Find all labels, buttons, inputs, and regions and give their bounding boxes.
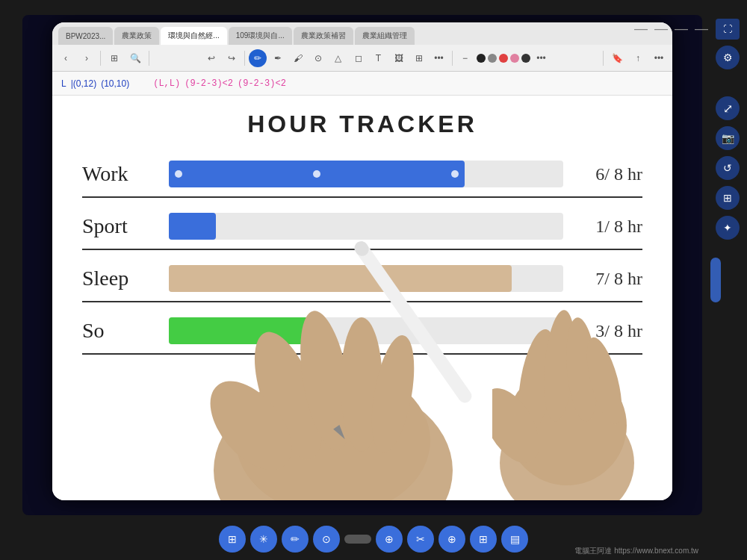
bezel-settings-icon[interactable]: ⚙ <box>716 46 740 69</box>
table-button[interactable]: ⊞ <box>410 49 428 67</box>
sleep-bar-container <box>169 265 563 292</box>
nav-back-button[interactable]: ‹ <box>57 49 75 67</box>
bezel-expand-icon[interactable]: ⤢ <box>716 96 740 120</box>
toolbar-separator-1 <box>100 51 101 66</box>
taskbar-home-icon[interactable]: ⊞ <box>219 526 246 553</box>
color-dark[interactable] <box>521 54 530 63</box>
toolbar-sep-c2 <box>452 51 453 66</box>
search-button[interactable]: 🔍 <box>126 49 144 67</box>
document-content: HOUR TRACKER Work <box>52 96 672 500</box>
dot-2 <box>313 170 320 178</box>
screen: BPW2023... 農業政策 環境與自然經... 109環境與自... 農業政… <box>22 15 702 515</box>
more-tools-button[interactable]: ••• <box>430 49 448 67</box>
bezel-controls: ⛶ ⚙ ⤢ 📷 ↺ ⊞ ✦ <box>716 19 740 240</box>
tab-farm-org[interactable]: 農業組織管理 <box>355 27 415 45</box>
toolbar-sep-r1 <box>603 51 604 66</box>
right-handle[interactable] <box>710 258 721 302</box>
social-bar-track <box>169 317 563 344</box>
pen-button[interactable]: ✒ <box>269 49 287 67</box>
svg-point-1 <box>236 366 430 500</box>
sport-bar-container <box>169 213 563 240</box>
sleep-bar-track <box>169 265 563 292</box>
sleep-label: Sleep <box>82 267 157 290</box>
svg-point-0 <box>214 381 453 500</box>
main-toolbar: ‹ › ⊞ 🔍 ↩ ↪ ✏ ✒ 🖌 ⊙ △ ◻ T � <box>52 45 672 72</box>
taskbar-record-icon[interactable]: ⊕ <box>376 526 403 553</box>
taskbar-scissors-icon[interactable]: ✂ <box>407 526 434 553</box>
tab-farm-sup[interactable]: 農業政策補習 <box>294 27 353 45</box>
more-colors-button[interactable]: ••• <box>533 49 551 67</box>
annotation-coord2: (10,10) <box>101 78 129 89</box>
svg-point-10 <box>500 403 634 500</box>
more-actions-button[interactable]: ••• <box>650 49 668 67</box>
minus-button[interactable]: − <box>456 49 474 67</box>
brush-button[interactable]: 🖌 <box>289 49 307 67</box>
work-bar-dots <box>169 170 465 178</box>
tablet-frame: BPW2023... 農業政策 環境與自然經... 109環境與自... 農業政… <box>52 22 672 500</box>
text-button[interactable]: T <box>370 49 388 67</box>
taskbar-grid2-icon[interactable]: ⊞ <box>470 526 497 553</box>
sport-label: Sport <box>82 214 157 238</box>
grid-view-button[interactable]: ⊞ <box>105 49 123 67</box>
svg-point-16 <box>492 379 551 472</box>
work-bar-track <box>169 161 563 187</box>
tab-109env[interactable]: 109環境與自... <box>229 27 292 45</box>
svg-marker-9 <box>333 425 348 441</box>
tab-env[interactable]: 環境與自然經... <box>161 27 226 45</box>
toolbar-separator-2 <box>149 51 149 66</box>
social-value: 3/ 8 hr <box>575 321 642 341</box>
work-label: Work <box>82 162 157 186</box>
annotation-coord1: |(0,12) <box>71 78 96 89</box>
undo-button[interactable]: ↩ <box>202 49 220 67</box>
nav-forward-button[interactable]: › <box>78 49 96 67</box>
lasso-button[interactable]: ⊙ <box>309 49 327 67</box>
annotation-LL: (L,L) <box>153 78 180 89</box>
taskbar-pen-icon[interactable]: ✏ <box>282 526 309 553</box>
eraser-button[interactable]: ◻ <box>350 49 368 67</box>
color-black[interactable] <box>477 54 486 63</box>
taskbar-target-icon[interactable]: ⊕ <box>438 526 465 553</box>
sport-bar-fill <box>169 213 216 240</box>
hour-tracker-title: HOUR TRACKER <box>82 111 642 138</box>
share-button[interactable]: ↑ <box>629 49 647 67</box>
work-row: Work <box>82 161 642 198</box>
bezel-grid-icon[interactable]: ⊞ <box>716 186 740 210</box>
toolbar-sep-c1 <box>244 51 245 66</box>
taskbar-layout-icon[interactable]: ▤ <box>501 526 528 553</box>
monitor-bezel: BPW2023... 農業政策 環境與自然經... 109環境與自... 農業政… <box>0 0 747 560</box>
tab-farm-policy[interactable]: 農業政策 <box>114 27 159 45</box>
bezel-rotate-icon[interactable]: ↺ <box>716 156 740 180</box>
bookmark-button[interactable]: 🔖 <box>608 49 626 67</box>
social-row: So 3/ 8 hr <box>82 317 642 355</box>
sleep-value: 7/ 8 hr <box>575 269 642 289</box>
color-gray[interactable] <box>488 54 497 63</box>
bezel-dots: — — — — <box>634 21 710 37</box>
taskbar-center-pill <box>344 535 371 544</box>
sport-row: Sport 1/ 8 hr <box>82 213 642 250</box>
dot-3 <box>451 170 459 178</box>
bezel-screen-icon[interactable]: ⛶ <box>716 19 740 40</box>
redo-button[interactable]: ↪ <box>223 49 241 67</box>
pen-active-button[interactable]: ✏ <box>249 49 267 67</box>
annotation-expr1: (9-2-3)<2 <box>185 78 233 89</box>
color-pink[interactable] <box>510 54 519 63</box>
bezel-camera-icon[interactable]: 📷 <box>716 126 740 150</box>
taskbar: ⊞ ✳ ✏ ⊙ ⊕ ✂ ⊕ ⊞ ▤ <box>219 526 528 553</box>
image-button[interactable]: 🖼 <box>390 49 408 67</box>
social-bar-fill <box>169 317 314 344</box>
work-bar-fill <box>169 161 465 187</box>
sport-bar-track <box>169 213 563 240</box>
sleep-bar-fill <box>169 265 512 292</box>
bezel-star-icon[interactable]: ✦ <box>716 216 740 240</box>
shape-button[interactable]: △ <box>329 49 347 67</box>
hour-tracker: HOUR TRACKER Work <box>52 96 672 385</box>
annotation-L: L <box>61 78 66 89</box>
watermark: 電腦王阿達 https://www.bnext.com.tw <box>574 546 698 556</box>
taskbar-asterisk-icon[interactable]: ✳ <box>250 526 277 553</box>
tab-bpw[interactable]: BPW2023... <box>58 27 113 45</box>
social-label: So <box>82 319 157 343</box>
sleep-row: Sleep 7/ 8 hr <box>82 265 642 302</box>
color-red[interactable] <box>499 54 508 63</box>
tabs-bar: BPW2023... 農業政策 環境與自然經... 109環境與自... 農業政… <box>52 22 672 45</box>
taskbar-scan-icon[interactable]: ⊙ <box>313 526 340 553</box>
